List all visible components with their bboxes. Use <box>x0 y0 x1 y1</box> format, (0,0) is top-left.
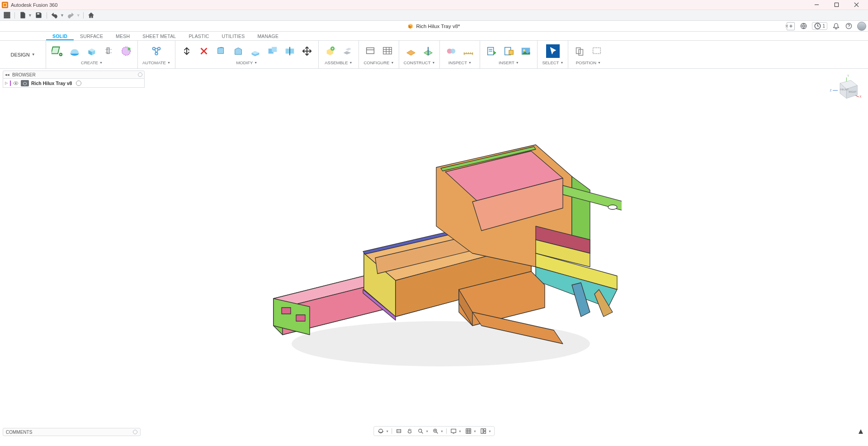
comments-label: COMMENTS <box>6 430 32 435</box>
tab-manage[interactable]: MANAGE <box>251 32 285 40</box>
notifications-button[interactable] <box>832 22 840 30</box>
browser-header[interactable]: ◂◂ BROWSER <box>3 71 145 79</box>
ribbon-group-configure: CONFIGURE <box>359 41 399 68</box>
svg-rect-63 <box>451 429 456 433</box>
svg-rect-43 <box>579 49 583 55</box>
ribbon-group-select: SELECT <box>538 41 568 68</box>
zoom-button[interactable] <box>416 427 425 435</box>
comments-settings-icon[interactable] <box>133 430 137 434</box>
construction-axis-button[interactable] <box>421 44 435 58</box>
display-settings-button[interactable] <box>449 427 458 435</box>
revolve-button[interactable] <box>102 44 116 58</box>
undo-button[interactable] <box>50 11 60 20</box>
tab-surface[interactable]: SURFACE <box>74 32 109 40</box>
browser-root-node[interactable]: ▷ Rich Hilux Tray v8 <box>3 79 145 88</box>
svg-text:FRONT: FRONT <box>840 88 849 91</box>
orbit-button[interactable] <box>377 427 385 435</box>
svg-rect-39 <box>509 50 513 54</box>
configure-table-button[interactable] <box>381 44 394 58</box>
window-minimize-button[interactable] <box>807 0 826 10</box>
tab-utilities[interactable]: UTILITIES <box>216 32 251 40</box>
fillet-button[interactable] <box>214 44 228 58</box>
navigation-bar: ▼ ▼ ▼ ▼ ▼ ▼ <box>373 426 495 436</box>
look-at-button[interactable] <box>395 427 403 435</box>
split-button[interactable] <box>283 44 297 58</box>
combine-button[interactable] <box>266 44 279 58</box>
extensions-button[interactable] <box>799 22 807 30</box>
redo-button[interactable] <box>66 11 76 20</box>
new-document-button[interactable]: + <box>787 22 795 30</box>
insert-canvas-button[interactable] <box>519 44 533 58</box>
app-title: Autodesk Fusion 360 <box>11 2 57 8</box>
svg-rect-44 <box>593 48 601 54</box>
tab-mesh[interactable]: MESH <box>109 32 136 40</box>
joint-button[interactable] <box>340 44 354 58</box>
activate-radio-icon[interactable] <box>76 81 81 86</box>
home-button[interactable] <box>86 11 96 20</box>
file-menu-button[interactable] <box>18 11 28 20</box>
svg-text:Y: Y <box>847 74 849 77</box>
configure-button[interactable] <box>363 44 377 58</box>
svg-rect-4 <box>4 12 5 14</box>
job-count: 1 <box>822 24 825 28</box>
select-button[interactable] <box>546 44 560 58</box>
model-geometry[interactable] <box>246 118 622 373</box>
press-pull-button[interactable] <box>180 44 193 58</box>
measure-button[interactable] <box>462 44 475 58</box>
svg-rect-8 <box>6 14 8 16</box>
svg-point-41 <box>523 49 525 52</box>
delete-button[interactable] <box>197 44 211 58</box>
document-name: Rich Hilux Tray v8* <box>416 24 460 29</box>
insert-derive-button[interactable] <box>485 44 498 58</box>
window-close-button[interactable] <box>846 0 866 10</box>
extrude-button[interactable] <box>85 44 99 58</box>
save-button[interactable] <box>34 11 44 20</box>
viewport-layout-button[interactable] <box>479 427 487 435</box>
viewcube[interactable]: Y Z X FRONT RIGHT <box>829 72 862 105</box>
svg-rect-32 <box>366 48 374 54</box>
app-mark-icon <box>857 428 864 435</box>
svg-rect-33 <box>383 47 392 54</box>
new-component-button[interactable] <box>323 44 337 58</box>
comments-panel[interactable]: COMMENTS <box>3 428 141 436</box>
job-status-badge[interactable]: 1 <box>812 22 827 30</box>
help-button[interactable] <box>844 22 853 30</box>
create-sketch-button[interactable] <box>51 44 64 58</box>
create-form-button[interactable] <box>68 44 81 58</box>
change-indicator-icon <box>10 81 11 86</box>
svg-rect-9 <box>8 14 10 16</box>
visibility-icon[interactable] <box>13 81 19 85</box>
browser-settings-icon[interactable] <box>138 72 142 77</box>
inspect-button[interactable] <box>444 44 458 58</box>
viewport[interactable]: ◂◂ BROWSER ▷ Rich Hilux Tray v8 Y Z X <box>0 69 868 436</box>
position-revert-button[interactable] <box>573 44 586 58</box>
fit-button[interactable] <box>431 427 439 435</box>
move-button[interactable] <box>300 44 314 58</box>
tab-solid[interactable]: SOLID <box>46 32 74 40</box>
shell-button[interactable] <box>249 44 262 58</box>
pan-button[interactable] <box>406 427 414 435</box>
ribbon-group-modify: MODIFY <box>175 41 319 68</box>
document-bar: Rich Hilux Tray v8* × + 1 <box>0 21 868 32</box>
grid-settings-button[interactable] <box>464 427 472 435</box>
svg-text:X: X <box>859 95 862 98</box>
chamfer-button[interactable] <box>231 44 245 58</box>
automate-button[interactable] <box>150 44 163 58</box>
emboss-button[interactable] <box>119 44 133 58</box>
expand-icon[interactable]: ▷ <box>5 81 8 85</box>
position-capture-button[interactable] <box>590 44 604 58</box>
svg-text:Z: Z <box>830 89 832 92</box>
tab-sheet-metal[interactable]: SHEET METAL <box>136 32 182 40</box>
tab-plastic[interactable]: PLASTIC <box>182 32 215 40</box>
svg-rect-65 <box>481 429 483 434</box>
workspace-switcher[interactable]: DESIGN <box>0 41 46 68</box>
svg-rect-11 <box>6 16 8 18</box>
svg-rect-5 <box>6 12 8 14</box>
data-panel-button[interactable] <box>2 11 12 20</box>
window-maximize-button[interactable] <box>826 0 846 10</box>
svg-point-61 <box>419 429 422 432</box>
insert-decal-button[interactable] <box>502 44 515 58</box>
user-avatar[interactable] <box>857 22 866 31</box>
workspace-switcher-label: DESIGN <box>10 52 29 57</box>
construction-plane-button[interactable] <box>404 44 418 58</box>
